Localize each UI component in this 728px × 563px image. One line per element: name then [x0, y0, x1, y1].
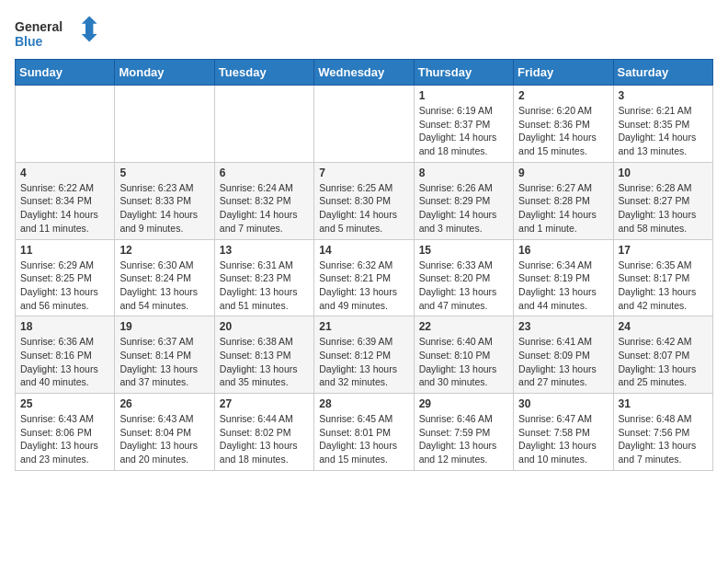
calendar-cell: 2Sunrise: 6:20 AM Sunset: 8:36 PM Daylig… [514, 86, 613, 163]
day-number: 8 [419, 167, 508, 179]
calendar-cell: 19Sunrise: 6:37 AM Sunset: 8:14 PM Dayli… [115, 316, 214, 394]
calendar-cell: 12Sunrise: 6:30 AM Sunset: 8:24 PM Dayli… [115, 239, 214, 316]
calendar-cell: 18Sunrise: 6:36 AM Sunset: 8:16 PM Dayli… [16, 316, 115, 394]
calendar-cell: 4Sunrise: 6:22 AM Sunset: 8:34 PM Daylig… [16, 162, 115, 239]
svg-text:General: General [15, 19, 63, 34]
calendar-cell: 13Sunrise: 6:31 AM Sunset: 8:23 PM Dayli… [214, 239, 313, 316]
day-number: 5 [119, 167, 209, 179]
calendar-week-3: 11Sunrise: 6:29 AM Sunset: 8:25 PM Dayli… [16, 239, 713, 316]
day-number: 27 [220, 397, 309, 410]
day-info: Sunrise: 6:27 AM Sunset: 8:28 PM Dayligh… [518, 181, 608, 236]
calendar-cell [16, 86, 115, 163]
day-info: Sunrise: 6:47 AM Sunset: 7:58 PM Dayligh… [518, 412, 608, 466]
day-header-friday: Friday [514, 60, 613, 86]
day-info: Sunrise: 6:46 AM Sunset: 7:59 PM Dayligh… [419, 412, 508, 466]
day-header-tuesday: Tuesday [214, 60, 313, 86]
day-number: 20 [220, 320, 309, 333]
day-info: Sunrise: 6:30 AM Sunset: 8:24 PM Dayligh… [119, 259, 209, 313]
day-info: Sunrise: 6:44 AM Sunset: 8:02 PM Dayligh… [220, 412, 309, 466]
day-info: Sunrise: 6:41 AM Sunset: 8:09 PM Dayligh… [518, 335, 608, 389]
day-info: Sunrise: 6:34 AM Sunset: 8:19 PM Dayligh… [518, 259, 608, 313]
day-info: Sunrise: 6:22 AM Sunset: 8:34 PM Dayligh… [20, 181, 109, 236]
day-info: Sunrise: 6:23 AM Sunset: 8:33 PM Dayligh… [119, 181, 209, 236]
day-number: 11 [20, 244, 109, 257]
day-info: Sunrise: 6:31 AM Sunset: 8:23 PM Dayligh… [220, 259, 309, 313]
day-header-saturday: Saturday [613, 60, 712, 86]
day-number: 25 [20, 397, 109, 410]
day-number: 4 [20, 167, 109, 179]
day-number: 9 [518, 167, 608, 179]
calendar-cell: 21Sunrise: 6:39 AM Sunset: 8:12 PM Dayli… [314, 316, 414, 394]
calendar-cell: 10Sunrise: 6:28 AM Sunset: 8:27 PM Dayli… [613, 162, 712, 239]
day-number: 13 [220, 244, 309, 257]
calendar-cell [214, 86, 313, 163]
day-info: Sunrise: 6:36 AM Sunset: 8:16 PM Dayligh… [20, 335, 109, 389]
day-info: Sunrise: 6:19 AM Sunset: 8:37 PM Dayligh… [419, 104, 508, 158]
calendar-cell: 25Sunrise: 6:43 AM Sunset: 8:06 PM Dayli… [16, 394, 115, 471]
calendar-cell: 23Sunrise: 6:41 AM Sunset: 8:09 PM Dayli… [514, 316, 613, 394]
calendar-cell: 7Sunrise: 6:25 AM Sunset: 8:30 PM Daylig… [314, 162, 414, 239]
calendar-table: SundayMondayTuesdayWednesdayThursdayFrid… [15, 59, 713, 471]
day-info: Sunrise: 6:24 AM Sunset: 8:32 PM Dayligh… [220, 181, 309, 236]
day-info: Sunrise: 6:43 AM Sunset: 8:06 PM Dayligh… [20, 412, 109, 466]
calendar-cell: 11Sunrise: 6:29 AM Sunset: 8:25 PM Dayli… [16, 239, 115, 316]
calendar-cell: 5Sunrise: 6:23 AM Sunset: 8:33 PM Daylig… [115, 162, 214, 239]
calendar-cell: 1Sunrise: 6:19 AM Sunset: 8:37 PM Daylig… [414, 86, 513, 163]
day-info: Sunrise: 6:37 AM Sunset: 8:14 PM Dayligh… [119, 335, 209, 389]
day-number: 22 [419, 320, 508, 333]
calendar-cell: 3Sunrise: 6:21 AM Sunset: 8:35 PM Daylig… [613, 86, 712, 163]
day-info: Sunrise: 6:43 AM Sunset: 8:04 PM Dayligh… [119, 412, 209, 466]
day-header-sunday: Sunday [16, 60, 115, 86]
calendar-cell [115, 86, 214, 163]
day-info: Sunrise: 6:25 AM Sunset: 8:30 PM Dayligh… [319, 181, 408, 236]
calendar-cell: 15Sunrise: 6:33 AM Sunset: 8:20 PM Dayli… [414, 239, 513, 316]
logo: General Blue [15, 15, 97, 52]
day-number: 28 [319, 397, 408, 410]
day-info: Sunrise: 6:20 AM Sunset: 8:36 PM Dayligh… [518, 104, 608, 158]
day-header-wednesday: Wednesday [314, 60, 414, 86]
day-number: 23 [518, 320, 608, 333]
calendar-cell: 27Sunrise: 6:44 AM Sunset: 8:02 PM Dayli… [214, 394, 313, 471]
calendar-cell: 24Sunrise: 6:42 AM Sunset: 8:07 PM Dayli… [613, 316, 712, 394]
calendar-cell: 8Sunrise: 6:26 AM Sunset: 8:29 PM Daylig… [414, 162, 513, 239]
calendar-week-5: 25Sunrise: 6:43 AM Sunset: 8:06 PM Dayli… [16, 394, 713, 471]
calendar-cell: 17Sunrise: 6:35 AM Sunset: 8:17 PM Dayli… [613, 239, 712, 316]
day-number: 1 [419, 89, 508, 102]
day-info: Sunrise: 6:26 AM Sunset: 8:29 PM Dayligh… [419, 181, 508, 236]
logo-svg: General Blue [15, 15, 97, 52]
calendar-cell [314, 86, 414, 163]
day-number: 12 [119, 244, 209, 257]
day-info: Sunrise: 6:32 AM Sunset: 8:21 PM Dayligh… [319, 259, 408, 313]
day-info: Sunrise: 6:40 AM Sunset: 8:10 PM Dayligh… [419, 335, 508, 389]
calendar-cell: 16Sunrise: 6:34 AM Sunset: 8:19 PM Dayli… [514, 239, 613, 316]
calendar-cell: 6Sunrise: 6:24 AM Sunset: 8:32 PM Daylig… [214, 162, 313, 239]
calendar-cell: 22Sunrise: 6:40 AM Sunset: 8:10 PM Dayli… [414, 316, 513, 394]
day-info: Sunrise: 6:39 AM Sunset: 8:12 PM Dayligh… [319, 335, 408, 389]
day-info: Sunrise: 6:28 AM Sunset: 8:27 PM Dayligh… [619, 181, 708, 236]
day-number: 14 [319, 244, 408, 257]
svg-marker-2 [82, 16, 97, 41]
day-info: Sunrise: 6:29 AM Sunset: 8:25 PM Dayligh… [20, 259, 109, 313]
calendar-cell: 30Sunrise: 6:47 AM Sunset: 7:58 PM Dayli… [514, 394, 613, 471]
calendar-cell: 29Sunrise: 6:46 AM Sunset: 7:59 PM Dayli… [414, 394, 513, 471]
calendar-cell: 14Sunrise: 6:32 AM Sunset: 8:21 PM Dayli… [314, 239, 414, 316]
calendar-cell: 31Sunrise: 6:48 AM Sunset: 7:56 PM Dayli… [613, 394, 712, 471]
calendar-cell: 9Sunrise: 6:27 AM Sunset: 8:28 PM Daylig… [514, 162, 613, 239]
day-number: 15 [419, 244, 508, 257]
day-info: Sunrise: 6:35 AM Sunset: 8:17 PM Dayligh… [619, 259, 708, 313]
day-info: Sunrise: 6:33 AM Sunset: 8:20 PM Dayligh… [419, 259, 508, 313]
calendar-cell: 26Sunrise: 6:43 AM Sunset: 8:04 PM Dayli… [115, 394, 214, 471]
day-header-monday: Monday [115, 60, 214, 86]
day-info: Sunrise: 6:21 AM Sunset: 8:35 PM Dayligh… [619, 104, 708, 158]
day-info: Sunrise: 6:48 AM Sunset: 7:56 PM Dayligh… [619, 412, 708, 466]
calendar-cell: 20Sunrise: 6:38 AM Sunset: 8:13 PM Dayli… [214, 316, 313, 394]
svg-text:Blue: Blue [15, 34, 43, 49]
day-number: 18 [20, 320, 109, 333]
calendar-week-4: 18Sunrise: 6:36 AM Sunset: 8:16 PM Dayli… [16, 316, 713, 394]
day-number: 31 [619, 397, 708, 410]
day-number: 3 [619, 89, 708, 102]
day-number: 6 [220, 167, 309, 179]
day-number: 30 [518, 397, 608, 410]
calendar-header-row: SundayMondayTuesdayWednesdayThursdayFrid… [16, 60, 713, 86]
day-number: 19 [119, 320, 209, 333]
